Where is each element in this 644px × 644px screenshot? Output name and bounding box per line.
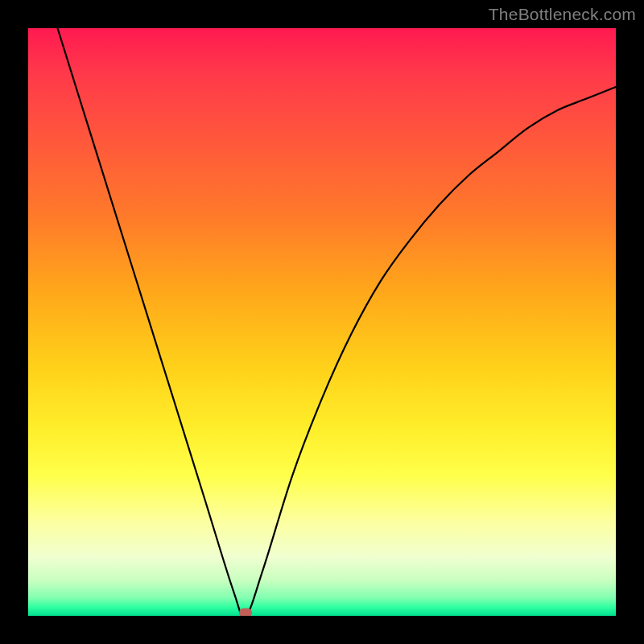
curve-svg: [28, 28, 616, 616]
optimal-point-marker: [239, 609, 252, 616]
chart-frame: TheBottleneck.com: [0, 0, 644, 644]
plot-area: [28, 28, 616, 616]
watermark-text: TheBottleneck.com: [489, 5, 636, 24]
bottleneck-curve: [58, 28, 617, 616]
